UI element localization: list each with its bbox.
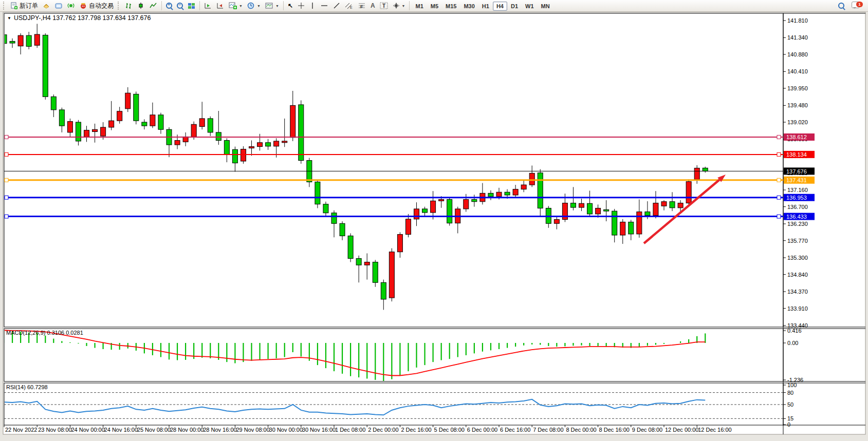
tile-windows-icon — [188, 3, 195, 9]
periods-button[interactable]: ▼ — [245, 0, 263, 11]
text-tool-button[interactable]: A — [368, 0, 377, 11]
rsi-axis-label: 80 — [787, 390, 793, 396]
search-button[interactable] — [836, 0, 846, 11]
candle — [43, 33, 48, 100]
tile-windows-button[interactable] — [186, 0, 197, 11]
new-order-button[interactable]: 新订单 — [8, 0, 40, 11]
timeframe-button-mn[interactable]: MN — [538, 2, 553, 11]
search-icon — [838, 3, 844, 9]
autotrade-button[interactable]: 自动交易 — [78, 0, 116, 11]
timeframe-button-m5[interactable]: M5 — [427, 2, 442, 11]
price-tag-label: 136.953 — [786, 195, 807, 201]
price-axis-tick: 136.230 — [787, 221, 808, 227]
dropdown-arrow-icon: ▼ — [402, 4, 405, 8]
text-label-tool-button[interactable]: T — [378, 0, 390, 11]
zoom-in-button[interactable]: + — [164, 0, 174, 11]
line-handle[interactable] — [5, 196, 8, 199]
vline-tool-button[interactable] — [307, 0, 318, 11]
price-axis-tick: 139.020 — [787, 119, 808, 125]
bar-chart-icon — [125, 2, 133, 9]
time-axis-label: 1 Dec 08:00 — [335, 427, 365, 433]
line-handle[interactable] — [777, 135, 781, 139]
time-axis-label: 2 Dec 16:00 — [401, 427, 431, 433]
time-axis-label: 29 Nov 08:00 — [236, 427, 269, 433]
main-toolbar: 新订单 自动交易 + − ▼ ▼ ▼ — [0, 0, 868, 12]
symbol-ohlc-title: USDJPY-,H4 137.762 137.798 137.634 137.6… — [14, 14, 151, 22]
line-handle[interactable] — [5, 135, 8, 139]
notification-badge: 1 — [856, 2, 863, 7]
crosshair-tool-button[interactable] — [296, 0, 307, 11]
chart-shift-icon — [216, 3, 224, 9]
rsi-label: RSI(14) 60.7298 — [6, 384, 48, 390]
time-axis-label: 25 Nov 08:00 — [137, 427, 171, 433]
cursor-tool-button[interactable]: ↖ — [286, 0, 295, 11]
zoom-in-icon: + — [166, 3, 172, 9]
timeframe-button-m15[interactable]: M15 — [442, 2, 460, 11]
chart-title: ▼USDJPY-,H4 137.762 137.798 137.634 137.… — [7, 14, 151, 22]
channel-tool-button[interactable]: E — [343, 0, 355, 11]
timeframe-button-m1[interactable]: M1 — [412, 2, 427, 11]
time-axis-label: 24 Nov 16:00 — [104, 427, 138, 433]
candlestick-chart-button[interactable] — [135, 0, 147, 11]
timeframe-button-d1[interactable]: D1 — [507, 2, 522, 11]
toolbar-separator — [161, 1, 162, 10]
toolbar-grip[interactable] — [118, 2, 121, 10]
price-tag-label: 137.676 — [786, 168, 807, 175]
time-axis-label: 5 Dec 08:00 — [434, 427, 465, 433]
trendline-tool-button[interactable] — [331, 0, 342, 11]
price-axis-tick: 139.950 — [787, 85, 808, 91]
line-handle[interactable] — [777, 196, 781, 199]
fibonacci-tool-button[interactable]: F — [356, 0, 368, 11]
cursor-icon: ↖ — [288, 3, 293, 9]
time-axis-label: 8 Dec 00:00 — [566, 427, 596, 433]
line-handle[interactable] — [5, 215, 8, 218]
toolbar-grip[interactable] — [3, 2, 6, 10]
toolbar-separator — [409, 1, 410, 10]
price-axis-tick: 133.910 — [787, 305, 808, 312]
hline-tool-button[interactable] — [318, 0, 330, 11]
chart-shift-button[interactable] — [214, 0, 226, 11]
line-handle[interactable] — [777, 152, 781, 156]
svg-text:E: E — [350, 6, 353, 9]
macd-axis-label: 0.00 — [787, 340, 798, 346]
timeframe-button-w1[interactable]: W1 — [522, 2, 538, 11]
channel-icon: E — [345, 2, 353, 9]
zoom-out-button[interactable]: − — [175, 0, 185, 11]
clock-icon — [247, 2, 255, 9]
shapes-tool-button[interactable]: ▼ — [391, 0, 408, 11]
timeframe-button-m30[interactable]: M30 — [460, 2, 478, 11]
line-handle[interactable] — [5, 152, 8, 156]
timeframe-button-h4[interactable]: H4 — [493, 2, 507, 11]
autotrade-icon — [80, 2, 87, 9]
notifications-button[interactable]: 1 — [852, 1, 865, 10]
rsi-axis-label: 15 — [787, 415, 793, 421]
time-axis-label: 28 Nov 00:00 — [170, 427, 204, 433]
text-label-icon: T — [380, 2, 388, 9]
chart-forward-button[interactable] — [202, 0, 214, 11]
line-chart-button[interactable] — [147, 0, 159, 11]
navigator-button[interactable] — [53, 0, 65, 11]
price-axis-tick: 141.810 — [787, 17, 808, 24]
candle — [447, 197, 452, 225]
signals-button[interactable] — [65, 0, 77, 11]
line-handle[interactable] — [777, 215, 781, 218]
price-tag-label: 136.433 — [786, 214, 807, 220]
line-handle[interactable] — [777, 178, 781, 182]
bar-chart-button[interactable] — [123, 0, 135, 11]
timeframe-button-h1[interactable]: H1 — [478, 2, 493, 11]
vertical-line-icon — [309, 2, 316, 9]
dropdown-arrow-icon: ▼ — [275, 4, 279, 8]
chart-canvas: 141.810141.340140.880140.410139.950139.4… — [0, 0, 868, 441]
dropdown-arrow-icon: ▼ — [257, 4, 261, 8]
templates-button[interactable]: ▼ — [263, 0, 281, 11]
time-axis-label: 9 Dec 08:00 — [632, 427, 662, 433]
line-handle[interactable] — [5, 178, 8, 182]
indicators-button[interactable]: ▼ — [227, 0, 245, 11]
templates-icon — [265, 2, 273, 9]
new-order-icon — [10, 2, 18, 10]
time-axis-label: 28 Nov 16:00 — [203, 427, 236, 433]
price-axis-tick: 134.840 — [787, 272, 808, 278]
market-watch-button[interactable] — [41, 0, 52, 11]
price-axis-tick: 134.370 — [787, 289, 808, 295]
price-tag-label: 138.134 — [786, 151, 807, 158]
